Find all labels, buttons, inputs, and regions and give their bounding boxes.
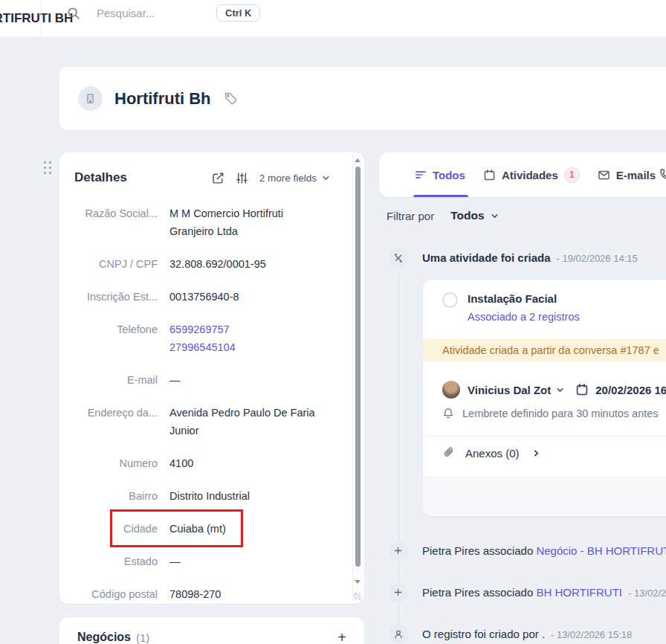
field-inscricao: Inscrição Est... 0013756940-8 [74, 288, 334, 306]
negocio-link[interactable]: Negócio - BH HORTIFRUTI [536, 544, 666, 557]
bell-icon [442, 408, 454, 419]
field-cnpj: CNPJ / CPF 32.808.692/0001-95 [74, 255, 334, 273]
timeline-date: - 19/02/2026 14:15 [557, 253, 638, 264]
task-complete-radio[interactable] [442, 292, 458, 308]
chevron-down-icon [491, 212, 499, 220]
field-value: — [169, 553, 181, 570]
timeline-date: - 13/02/20 [628, 587, 666, 599]
tab-emails[interactable]: E-mails [598, 169, 656, 181]
details-scrollbar[interactable] [352, 155, 362, 602]
company-avatar [78, 86, 103, 111]
activity-notice-banner: Atividade criada a partir da conversa #1… [423, 339, 666, 361]
atividades-count-badge: 1 [564, 167, 580, 183]
field-value: Distrito Industrial [169, 487, 250, 505]
more-fields-label: 2 more fields [259, 173, 317, 184]
negocios-count: (1) [136, 631, 149, 644]
timeline-text: Pietra Pires associado Negócio - BH HORT… [422, 544, 666, 557]
scroll-up-arrow[interactable] [355, 158, 361, 162]
field-email: E-mail — [74, 371, 334, 389]
details-fields: Razão Social... M M Comercio Hortifruti … [59, 185, 364, 603]
reminder-text: Lembrete definido para 30 minutos antes [462, 408, 659, 419]
timeline-text: O registro foi criado por .- 13/02/2026 … [422, 628, 666, 640]
field-settings-icon[interactable] [236, 172, 248, 184]
negocios-panel: Negócios (1) + [59, 617, 364, 644]
panel-drag-handle[interactable] [44, 161, 51, 174]
tab-atividades[interactable]: Atividades 1 [483, 167, 580, 183]
owner-avatar [442, 381, 460, 399]
activity-tabs-bar: Todos Atividades 1 E-mails [379, 152, 666, 197]
calendar-icon [483, 169, 496, 181]
timeline-text: Pietra Pires associado BH HORTIFRUTI- 13… [422, 586, 666, 599]
scrollbar-thumb[interactable] [355, 167, 361, 567]
field-label: Bairro [74, 487, 158, 505]
edit-icon[interactable] [212, 172, 224, 184]
field-cep: Código postal 78098-270 [74, 585, 334, 603]
negocios-title: Negócios [77, 631, 131, 644]
plus-icon [388, 582, 408, 602]
add-negocio-button[interactable]: + [337, 631, 346, 644]
search-input[interactable]: Pesquisar... [97, 7, 155, 19]
details-title: Detalhes [74, 170, 127, 185]
field-label: Razão Social... [74, 205, 158, 240]
timeline-item-record-created: O registro foi criado por .- 13/02/2026 … [388, 624, 666, 644]
timeline-item-activity-created: Uma atividade foi criada- 19/02/2026 14:… [388, 248, 666, 268]
more-fields-dropdown[interactable]: 2 more fields [259, 173, 330, 184]
field-cidade: Cidade Cuiaba (mt) [74, 520, 334, 538]
field-value: 78098-270 [169, 585, 221, 603]
timeline-event-label: Uma atividade foi criada [422, 251, 551, 264]
timeline-event-label: Pietra Pires associado [422, 544, 533, 557]
card-footer [423, 477, 666, 516]
phone-link[interactable]: 6599269757 [169, 321, 236, 338]
phone-icon[interactable] [659, 168, 666, 181]
field-label: Código postal [74, 585, 158, 603]
field-label: Cidade [74, 520, 158, 538]
search-icon[interactable] [66, 6, 81, 21]
chevron-down-icon[interactable] [556, 386, 564, 394]
envelope-icon [598, 169, 610, 181]
filter-value-label: Todos [450, 209, 484, 222]
timeline-text: Uma atividade foi criada- 19/02/2026 14:… [422, 251, 666, 264]
associated-records-link[interactable]: Associado a 2 registros [468, 311, 580, 323]
activity-card: Instalação Facial Associado a 2 registro… [422, 279, 666, 517]
calendar-icon [575, 383, 589, 396]
field-bairro: Bairro Distrito Industrial [74, 487, 334, 505]
plus-icon [388, 541, 408, 561]
field-value-line: Junior [169, 422, 315, 439]
field-value-line: Granjeiro Ltda [169, 222, 283, 240]
filter-label: Filtrar por [387, 210, 434, 222]
timeline-event-label: O registro foi criado por . [422, 628, 545, 640]
tools-icon [388, 248, 408, 268]
field-value-line: M M Comercio Hortifruti [169, 205, 283, 222]
timeline-item-associated-negocio: Pietra Pires associado Negócio - BH HORT… [388, 541, 666, 561]
field-telefone: Telefone 6599269757 27996545104 [74, 321, 334, 356]
owner-name[interactable]: Vinicius Dal Zot [468, 384, 551, 396]
timeline-connector [398, 273, 400, 634]
card-divider [423, 436, 666, 437]
company-header-card: Hortifruti Bh [59, 67, 666, 130]
topbar-divider [41, 0, 42, 37]
top-bar: HORTIFRUTI BH Pesquisar... Ctrl K [0, 0, 666, 37]
paperclip-icon [442, 446, 456, 460]
app-logo[interactable]: HORTIFRUTI BH [0, 11, 73, 26]
scroll-down-arrow[interactable] [355, 580, 361, 584]
field-value-line: Avenida Pedro Paulo De Faria [169, 404, 315, 422]
field-razao-social: Razão Social... M M Comercio Hortifruti … [74, 205, 334, 240]
page-title: Hortifruti Bh [114, 89, 211, 109]
resize-grip[interactable] [354, 593, 361, 599]
filter-dropdown[interactable]: Todos [450, 209, 498, 222]
field-value: 4100 [169, 454, 193, 472]
tab-todos[interactable]: Todos [415, 169, 465, 181]
details-panel: Detalhes 2 more fields [59, 152, 364, 604]
tag-icon[interactable] [224, 91, 238, 106]
company-link[interactable]: BH HORTIFRUTI [536, 586, 622, 599]
field-value: — [169, 371, 181, 389]
building-icon [84, 92, 97, 105]
task-due-date[interactable]: 20/02/2026 16 [595, 384, 666, 396]
field-label: Inscrição Est... [74, 288, 158, 306]
chevron-right-icon [532, 449, 540, 457]
field-value: 32.808.692/0001-95 [169, 255, 266, 273]
attachments-toggle[interactable]: Anexos (0) [442, 446, 540, 460]
phone-link[interactable]: 27996545104 [169, 338, 236, 356]
field-value: M M Comercio Hortifruti Granjeiro Ltda [169, 205, 283, 240]
tab-label: Todos [433, 169, 465, 181]
